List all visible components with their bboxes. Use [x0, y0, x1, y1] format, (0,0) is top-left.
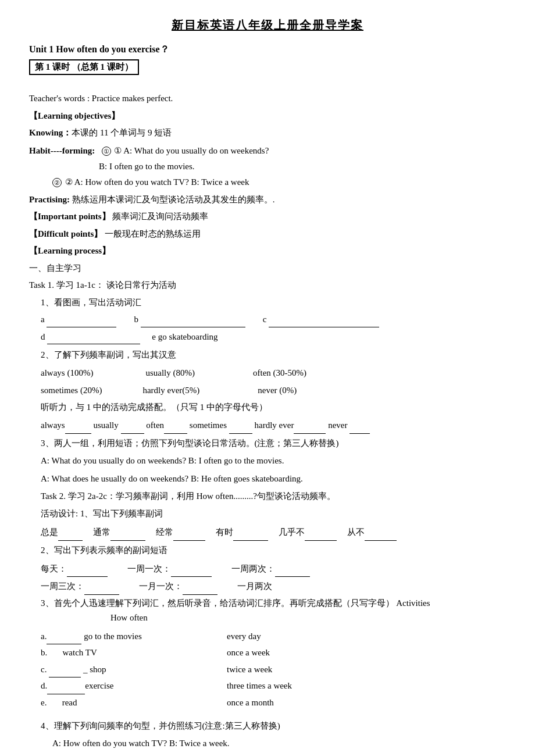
act-row-b: b. watch TV once a week — [41, 644, 506, 661]
freq-row1: always (100%) usually (80%) often (30-50… — [29, 365, 506, 381]
act-design: 活动设计: 1、写出下列频率副词 — [29, 507, 506, 522]
item1-title: 1、看图画，写出活动词汇 — [29, 295, 506, 311]
item3-2-title: 3、首先个人迅速理解下列词汇，然后听录音，给活动词汇排序。再听完成搭配（只写字母… — [29, 596, 506, 626]
weekly-row1: 每天： 一周一次： 一周两次： — [29, 561, 506, 577]
weekly-row2: 一周三次： 一月一次： 一月两次 — [29, 578, 506, 595]
learning-process-label: 【Learning process】 — [29, 244, 506, 259]
unit-title: Unit 1 How often do you exercise？ — [29, 44, 506, 56]
habit-forming-block: Habit----forming: ① ① A: What do you usu… — [29, 143, 506, 190]
important-points: 【Important points】 频率词汇及询问活动频率 — [29, 209, 506, 224]
item4-dia: A: How often do you watch TV? B: Twice a… — [41, 736, 506, 751]
task1-title: Task 1. 学习 1a-1c： 谈论日常行为活动 — [29, 278, 506, 293]
page-title: 新目标英语八年级上册全册导学案 — [29, 17, 506, 33]
vocab-row-abc: a b c — [29, 312, 506, 327]
act-row-a: a. every daygo to the movies every day — [41, 628, 506, 645]
act-row-d: d.exercise three times a week — [41, 677, 506, 694]
section1: 一、自主学习 — [29, 261, 506, 276]
learning-objectives-label: 【Learning objectives】 — [29, 109, 506, 124]
usually-word: usually — [93, 420, 118, 430]
dialogue2: A: What does he usually do on weekends? … — [29, 471, 506, 487]
knowing-row: Knowing：本课的 11 个单词与 9 短语 — [29, 126, 506, 141]
often-word: often — [146, 420, 164, 430]
act-row-e: e. read once a month — [41, 694, 506, 711]
vocab-row-de: d e go skateboarding — [29, 330, 506, 345]
listen-text: 听听力，与 1 中的活动完成搭配。（只写 1 中的字母代号） — [29, 400, 506, 415]
act-row-c: c. _ shop twice a week — [41, 661, 506, 678]
task2-title: Task 2. 学习 2a-2c：学习频率副词，利用 How often....… — [29, 489, 506, 504]
lesson-box: 第 1 课时 （总第 1 课时） — [29, 59, 139, 75]
difficult-points: 【Difficult points】 一般现在时态的熟练运用 — [29, 227, 506, 242]
item2-title: 2、了解下列频率副词，写出其汉意 — [29, 348, 506, 363]
item3-title: 3、两人一组，利用短语；仿照下列句型谈论日常活动。(注意；第三人称替换) — [29, 436, 506, 451]
freq-row2: sometimes (20%) hardly ever(5%) never (0… — [29, 383, 506, 398]
item2-2-title: 2、写出下列表示频率的副词短语 — [29, 543, 506, 558]
dialogue1: A: What do you usually do on weekends? B… — [29, 453, 506, 469]
fill-freq-row: 总是 通常 经常 有时 几乎不 从不 — [29, 523, 506, 541]
item4-section: 4、理解下列询问频率的句型，并仿照练习(注意:第三人称替换) A: How of… — [29, 719, 506, 751]
always-row: always usually often sometimes hardly ev… — [29, 417, 506, 434]
activities-table: a. every daygo to the movies every day b… — [29, 628, 506, 711]
item4-title: 4、理解下列询问频率的句型，并仿照练习(注意:第三人称替换) — [41, 719, 506, 734]
teacher-words: Teacher's words : Practice makes perfect… — [29, 91, 506, 106]
practising-row: Practising: 熟练运用本课词汇及句型谈论活动及其发生的频率。. — [29, 192, 506, 208]
